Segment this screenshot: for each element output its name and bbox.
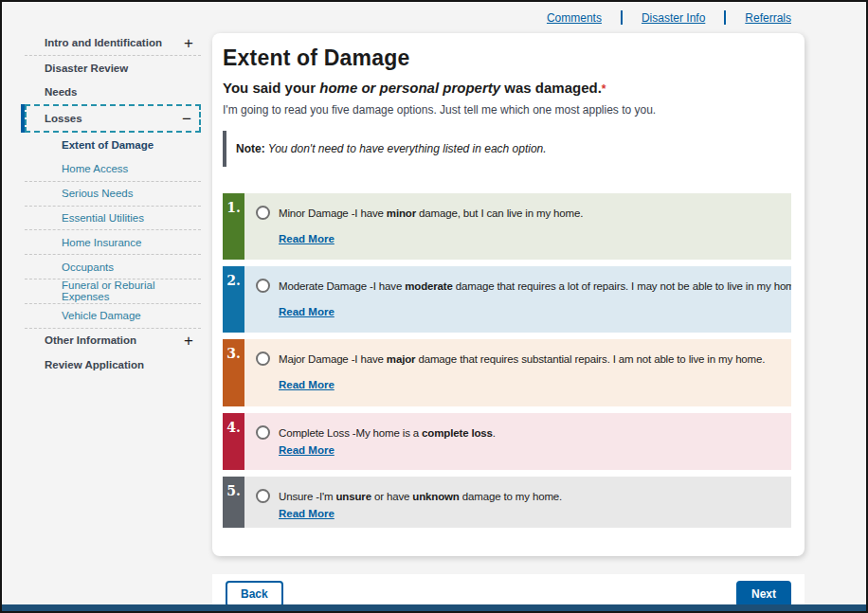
radio-button[interactable]	[256, 352, 270, 366]
sidebar-item-label: Intro and Identification	[45, 37, 162, 48]
radio-button[interactable]	[256, 206, 270, 220]
comments-link[interactable]: Comments	[547, 11, 602, 25]
option-body: Major Damage -I have major damage that r…	[244, 339, 791, 406]
sidebar-item-label: Funeral or Reburial Expenses	[62, 279, 193, 302]
sidebar-item-label: Other Information	[45, 334, 136, 346]
damage-option-row-5: 5. Unsure -I'm unsure or have unknown da…	[223, 477, 791, 528]
option-body: Complete Loss -My home is a complete los…	[244, 413, 791, 470]
sidebar-item-label: Review Application	[45, 359, 144, 370]
sidebar-item-home-insurance[interactable]: Home Insurance	[25, 230, 201, 255]
sidebar-item-serious-needs[interactable]: Serious Needs	[25, 182, 201, 207]
sidebar-item-disaster-review[interactable]: Disaster Review	[25, 56, 201, 81]
active-section-indicator	[21, 104, 25, 133]
intro-text: I'm going to read you five damage option…	[223, 103, 791, 117]
sidebar-item-home-access[interactable]: Home Access	[25, 157, 201, 182]
sidebar-item-intro-and-identification[interactable]: Intro and Identification +	[25, 31, 201, 56]
damage-option-row-2: 2. Moderate Damage -I have moderate dama…	[223, 266, 791, 333]
main-content-panel: Extent of Damage You said your home or p…	[212, 33, 805, 556]
read-more-link[interactable]: Read More	[279, 508, 335, 519]
subtitle-emphasis: home or personal property	[319, 80, 500, 96]
damage-option-row-3: 3. Major Damage -I have major damage tha…	[223, 339, 791, 406]
sidebar-item-needs[interactable]: Needs	[25, 81, 201, 105]
sidebar-item-label: Losses	[45, 113, 82, 124]
bottom-accent-bar	[2, 604, 866, 611]
disaster-info-link[interactable]: Disaster Info	[642, 11, 705, 25]
option-number-badge: 5.	[223, 477, 244, 528]
minus-icon[interactable]: −	[182, 111, 191, 127]
option-number-badge: 2.	[223, 266, 244, 333]
option-body: Moderate Damage -I have moderate damage …	[244, 266, 791, 333]
plus-icon[interactable]: +	[184, 35, 193, 51]
note-text: You don't need to have everything listed…	[265, 142, 547, 155]
plus-icon[interactable]: +	[184, 333, 193, 349]
option-number-badge: 4.	[223, 413, 244, 470]
required-asterisk: *	[602, 82, 606, 96]
sidebar-item-vehicle-damage[interactable]: Vehicle Damage	[25, 304, 201, 329]
damage-option-row-4: 4. Complete Loss -My home is a complete …	[223, 413, 791, 470]
sidebar-item-other-information[interactable]: Other Information +	[25, 329, 201, 353]
sidebar-item-label: Occupants	[62, 261, 114, 273]
sidebar-item-label: Needs	[45, 86, 78, 98]
nav-divider	[724, 10, 726, 25]
nav-divider	[621, 10, 623, 25]
note-label: Note:	[236, 142, 265, 155]
sidebar-item-label: Home Insurance	[62, 237, 141, 248]
sidebar-item-label: Serious Needs	[62, 188, 133, 199]
sidebar-item-label: Vehicle Damage	[62, 310, 141, 321]
sidebar-item-label: Extent of Damage	[62, 139, 154, 151]
question-subtitle: You said your home or personal property …	[223, 80, 791, 96]
option-body: Unsure -I'm unsure or have unknown damag…	[244, 477, 791, 528]
damage-option-row-1: 1. Minor Damage -I have minor damage, bu…	[223, 193, 791, 260]
option-text: Major Damage -I have major damage that r…	[279, 353, 765, 365]
damage-options-list: 1. Minor Damage -I have minor damage, bu…	[223, 193, 791, 528]
note-box: Note: You don't need to have everything …	[223, 131, 791, 167]
sidebar-item-extent-of-damage[interactable]: Extent of Damage	[25, 133, 201, 157]
radio-button[interactable]	[256, 489, 270, 503]
radio-button[interactable]	[256, 279, 270, 293]
option-text: Moderate Damage -I have moderate damage …	[279, 280, 791, 292]
sidebar-item-label: Disaster Review	[45, 63, 128, 74]
option-number-badge: 3.	[223, 339, 244, 406]
next-button[interactable]: Next	[736, 581, 791, 607]
sidebar-nav: Intro and Identification + Disaster Revi…	[25, 31, 201, 377]
app-window: Comments Disaster Info Referrals Intro a…	[0, 0, 868, 613]
sidebar-item-review-application[interactable]: Review Application	[25, 352, 201, 377]
back-button[interactable]: Back	[226, 581, 283, 607]
sidebar-item-funeral-or-reburial-expenses[interactable]: Funeral or Reburial Expenses	[25, 279, 201, 304]
footer-bar: Back Next	[212, 574, 805, 608]
read-more-link[interactable]: Read More	[279, 444, 335, 456]
sidebar-item-losses[interactable]: Losses −	[27, 106, 199, 131]
option-text: Unsure -I'm unsure or have unknown damag…	[279, 491, 562, 502]
referrals-link[interactable]: Referrals	[745, 11, 791, 25]
sidebar-item-occupants[interactable]: Occupants	[25, 255, 201, 279]
option-text: Minor Damage -I have minor damage, but I…	[279, 207, 583, 219]
read-more-link[interactable]: Read More	[279, 379, 335, 390]
sidebar-item-label: Home Access	[62, 163, 128, 174]
read-more-link[interactable]: Read More	[279, 233, 335, 244]
page-title: Extent of Damage	[223, 45, 791, 71]
option-text: Complete Loss -My home is a complete los…	[279, 427, 496, 439]
sidebar-item-essential-utilities[interactable]: Essential Utilities	[25, 207, 201, 231]
sidebar-item-label: Essential Utilities	[62, 212, 144, 224]
option-number-badge: 1.	[223, 193, 244, 260]
top-nav: Comments Disaster Info Referrals	[547, 10, 791, 25]
option-body: Minor Damage -I have minor damage, but I…	[244, 193, 791, 260]
read-more-link[interactable]: Read More	[279, 306, 335, 317]
sidebar-active-section-box: Losses −	[25, 104, 201, 133]
radio-button[interactable]	[256, 425, 270, 440]
